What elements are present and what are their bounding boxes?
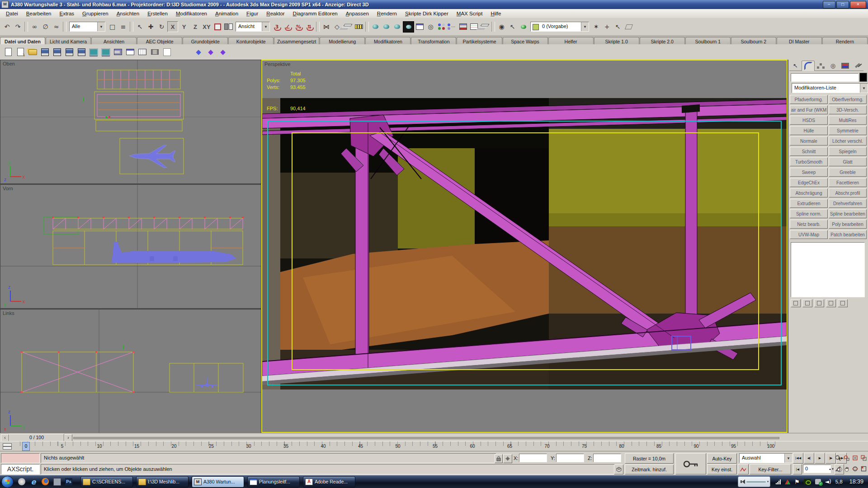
taskbar-button-screens[interactable]: C:\SCREENS... [80, 476, 133, 488]
rect-selection-region-icon[interactable]: □ [107, 22, 118, 32]
modifier-button[interactable]: TurboSmooth [790, 157, 828, 166]
tab-utilities[interactable] [851, 61, 863, 71]
speaker-tray-icon[interactable]: ◄) [825, 479, 831, 485]
taskbar-button-a380[interactable]: MA380 Wartun... [192, 476, 244, 488]
open-recent-icon[interactable] [15, 47, 26, 57]
viewport-left-canvas[interactable]: z y x [0, 310, 261, 433]
quick-render-teapot-icon[interactable] [392, 22, 402, 32]
import-screen-icon[interactable] [100, 47, 111, 57]
viewport-top[interactable]: Oben [0, 60, 261, 184]
time-slider-track[interactable] [73, 437, 779, 439]
pan-button[interactable] [842, 464, 850, 474]
current-frame-marker[interactable]: 0 [22, 442, 30, 451]
modifier-button[interactable]: Extrudieren [790, 199, 828, 208]
dropdown-arrow-icon[interactable]: ▼ [581, 22, 589, 31]
light-icon[interactable]: ✶ [591, 22, 601, 32]
render-type-teapot-icon[interactable] [381, 22, 392, 32]
modifier-button[interactable]: UVW-Map [790, 230, 828, 239]
viewport-front-canvas[interactable]: z x y [0, 185, 261, 308]
curve-editor-icon[interactable] [458, 22, 468, 32]
material-editor-icon[interactable] [436, 22, 447, 32]
viewport-front-label[interactable]: Vorn [3, 186, 13, 191]
taskbar-button-adobe[interactable]: AAdobe Reade... [303, 476, 355, 488]
modifier-button[interactable]: Drehverfahren [829, 199, 867, 208]
z-coordinate-field[interactable] [593, 454, 621, 462]
modifier-button[interactable]: Normale [790, 136, 828, 145]
modifier-button[interactable]: Spline bearbeiten [829, 209, 867, 218]
schematic-view-icon[interactable] [469, 22, 479, 32]
spacer[interactable] [174, 47, 192, 57]
snap-toggle-3d-icon[interactable]: 3 [272, 22, 282, 32]
select-object-icon[interactable]: ↖ [135, 22, 145, 32]
show-end-result-icon[interactable] [802, 299, 812, 307]
modifier-button[interactable]: Netz bearb. [790, 220, 828, 229]
go-to-start-button[interactable]: |◀◀ [793, 453, 803, 464]
viewport-front[interactable]: Vorn [0, 184, 261, 309]
separator[interactable] [365, 22, 369, 32]
modifier-button[interactable]: Abschr.profil [829, 188, 867, 197]
axis-y-button[interactable]: Y [179, 21, 189, 32]
volume-popup[interactable]: ▾ [738, 476, 770, 487]
close-button[interactable]: × [850, 1, 866, 9]
modifier-button[interactable]: Abschrägung [790, 188, 828, 197]
selection-set-dropdown[interactable]: Auswahl ▼ [739, 453, 793, 463]
auto-key-button[interactable]: Auto-Key [707, 453, 737, 464]
tab-create[interactable]: ↖ [789, 61, 802, 71]
tray-triangle-icon[interactable] [785, 479, 790, 484]
axis-x-button[interactable]: X [167, 21, 178, 32]
viewport-panes-icon[interactable] [223, 22, 234, 32]
angle-snap-icon[interactable]: ∠ [283, 22, 293, 32]
select-cursor-icon[interactable]: ↖ [507, 22, 518, 32]
object-color-swatch[interactable] [859, 73, 867, 82]
add-icon[interactable]: + [602, 22, 612, 32]
menu-item[interactable]: Modifikatoren [172, 10, 211, 17]
nvidia-tray-icon[interactable] [804, 479, 811, 484]
redo-icon[interactable]: ↷ [13, 22, 23, 32]
time-slider[interactable]: 0 / 100 [9, 434, 64, 441]
render-last-icon[interactable] [403, 21, 414, 33]
quicklaunch-clock-icon[interactable] [17, 477, 26, 486]
prev-frame-button[interactable]: ◀| [804, 453, 814, 464]
maxscript-mini-listener[interactable] [1, 453, 40, 463]
menu-item[interactable]: MAX Script [453, 10, 487, 17]
menu-item[interactable]: Skripte Dirk Kipper [401, 10, 453, 17]
separator[interactable] [491, 22, 495, 32]
zoom-extents-all-button[interactable] [859, 453, 868, 463]
maximize-viewport-button[interactable] [859, 464, 868, 474]
isolate-eye-icon[interactable]: ◉ [496, 22, 507, 32]
tray-flag-icon[interactable]: ⚑ [794, 479, 800, 485]
modifier-button[interactable]: Pfadverformg. [790, 95, 828, 104]
modifier-button[interactable]: MultiRes [829, 116, 867, 125]
usb-tray-icon[interactable] [815, 479, 821, 484]
zoom-all-button[interactable] [842, 453, 850, 463]
zoom-extents-button[interactable] [851, 453, 859, 463]
absolute-mode-button[interactable] [503, 454, 512, 463]
modifier-stack-list[interactable] [791, 242, 865, 297]
track-bar-icon[interactable] [2, 443, 14, 450]
viewport-perspective-label[interactable]: Perspektive [264, 61, 290, 67]
preview-teapot-icon[interactable] [518, 22, 528, 32]
tab-hierarchy[interactable] [815, 61, 827, 71]
named-selection-dropdown[interactable]: 0 (Vorgabe) ▼ [530, 22, 589, 32]
modifier-button[interactable]: air and Fur (WKM [790, 105, 828, 114]
separator[interactable] [63, 22, 66, 32]
dropdown-arrow-icon[interactable]: ▼ [860, 84, 868, 93]
set-key-button[interactable]: Key einst. [707, 464, 737, 474]
viewport-perspective[interactable]: Perspektive Total Polys:97.305 Verts:93.… [261, 60, 788, 433]
modifier-button[interactable]: Spline norm. [790, 209, 828, 218]
separator[interactable] [24, 22, 28, 32]
key-filter-button[interactable]: Key-Filter... [750, 464, 791, 474]
taskbar-button-planung[interactable]: Planungsleitf... [247, 476, 300, 488]
frame-spinner[interactable]: ▲▼ [829, 465, 834, 473]
unlink-selection-icon[interactable]: ∅ [40, 22, 51, 32]
start-button[interactable] [1, 476, 14, 488]
menu-item[interactable]: Ansichten [113, 10, 144, 17]
modifier-button[interactable]: Glatt [829, 157, 867, 166]
remove-modifier-icon[interactable] [826, 299, 836, 307]
minimize-button[interactable]: − [823, 1, 835, 9]
new-scene-icon[interactable] [3, 47, 14, 57]
menu-item[interactable]: Animation [211, 10, 242, 17]
selection-lock-button[interactable] [495, 454, 503, 463]
percent-snap-icon[interactable]: % [293, 22, 304, 32]
default-in-out-tangent-button[interactable] [738, 464, 749, 474]
